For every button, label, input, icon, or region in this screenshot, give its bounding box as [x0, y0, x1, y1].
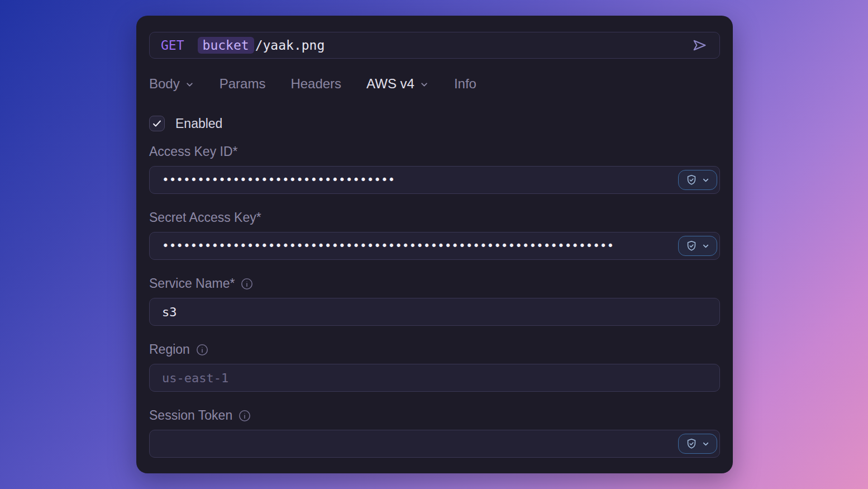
session-token-label-text: Session Token — [149, 407, 232, 423]
service-name-section: Service Name* — [149, 276, 720, 326]
url-template-variable[interactable]: bucket — [198, 37, 254, 54]
checkmark-icon — [152, 118, 162, 129]
shield-check-icon — [685, 438, 698, 450]
enabled-label: Enabled — [175, 116, 222, 131]
access-key-masked-value: ••••••••••••••••••••••••••••••••• — [162, 173, 395, 187]
session-token-field[interactable] — [149, 430, 720, 458]
access-key-secure-dropdown[interactable] — [678, 170, 717, 190]
tab-aws-v4[interactable]: AWS v4 — [366, 75, 429, 93]
access-key-section: Access Key ID* •••••••••••••••••••••••••… — [149, 144, 720, 194]
tab-params[interactable]: Params — [220, 76, 266, 92]
secret-key-secure-dropdown[interactable] — [678, 236, 717, 256]
region-section: Region — [149, 341, 720, 392]
secret-key-label-text: Secret Access Key* — [149, 210, 261, 225]
send-icon — [691, 37, 707, 53]
tab-info[interactable]: Info — [454, 76, 476, 92]
request-tabs: Body Params Headers AWS v4 Info — [149, 75, 720, 92]
session-token-secure-dropdown[interactable] — [678, 434, 717, 454]
service-name-label: Service Name* — [149, 276, 720, 291]
service-name-label-text: Service Name* — [149, 276, 235, 291]
info-icon[interactable] — [195, 343, 209, 357]
access-key-label-text: Access Key ID* — [149, 144, 238, 159]
secret-key-label: Secret Access Key* — [149, 210, 720, 225]
send-button[interactable] — [690, 36, 708, 54]
session-token-label: Session Token — [149, 407, 720, 423]
session-token-section: Session Token — [149, 407, 720, 458]
chevron-down-icon — [702, 440, 710, 448]
info-icon[interactable] — [238, 409, 251, 422]
secret-key-section: Secret Access Key* •••••••••••••••••••••… — [149, 210, 720, 260]
service-name-field[interactable] — [149, 298, 720, 326]
chevron-down-icon — [702, 242, 710, 250]
tab-aws-v4-label: AWS v4 — [366, 76, 414, 92]
tab-headers[interactable]: Headers — [290, 76, 341, 92]
tab-params-label: Params — [220, 76, 266, 92]
tab-info-label: Info — [454, 76, 476, 92]
session-token-input[interactable] — [162, 437, 707, 451]
region-input[interactable] — [162, 371, 707, 385]
region-label: Region — [149, 341, 720, 357]
enabled-row: Enabled — [149, 116, 720, 131]
access-key-label: Access Key ID* — [149, 144, 720, 159]
chevron-down-icon — [185, 77, 194, 93]
tab-headers-label: Headers — [290, 76, 341, 92]
region-label-text: Region — [149, 341, 190, 357]
shield-check-icon — [685, 240, 698, 252]
secret-key-masked-value: ••••••••••••••••••••••••••••••••••••••••… — [162, 239, 614, 253]
tab-body-label: Body — [149, 76, 180, 92]
http-method[interactable]: GET — [161, 38, 184, 53]
access-key-field[interactable]: ••••••••••••••••••••••••••••••••• — [149, 166, 720, 194]
url-path[interactable]: /yaak.png — [255, 38, 325, 53]
chevron-down-icon — [702, 176, 710, 184]
service-name-input[interactable] — [162, 305, 707, 319]
url-bar[interactable]: GET bucket /yaak.png — [149, 32, 720, 59]
region-field[interactable] — [149, 364, 720, 392]
enabled-checkbox[interactable] — [149, 116, 165, 131]
secret-key-field[interactable]: ••••••••••••••••••••••••••••••••••••••••… — [149, 232, 720, 260]
chevron-down-icon — [419, 77, 429, 93]
shield-check-icon — [685, 174, 698, 186]
request-panel: GET bucket /yaak.png Body Params Headers… — [136, 16, 733, 473]
tab-body[interactable]: Body — [149, 75, 194, 93]
info-icon[interactable] — [240, 277, 254, 291]
